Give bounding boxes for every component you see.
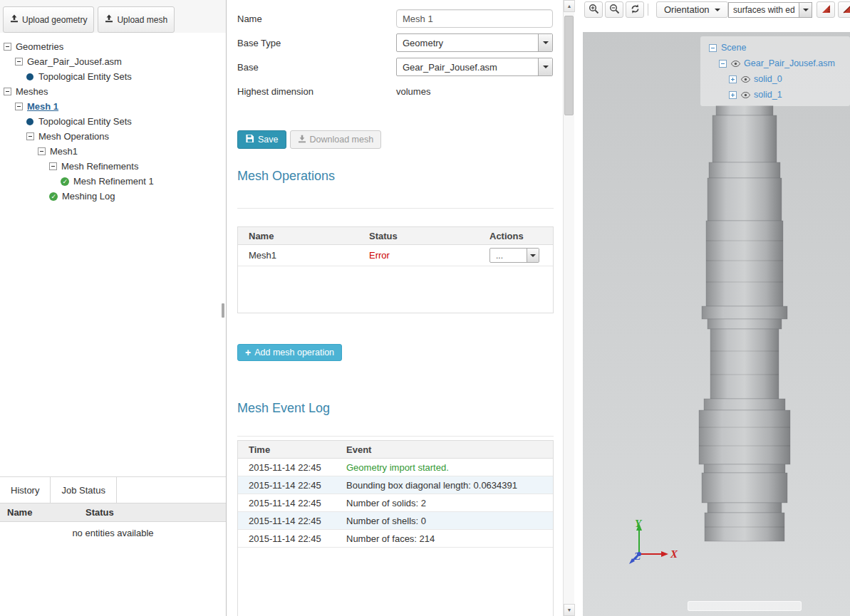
zoom-in-button[interactable] bbox=[584, 1, 603, 18]
tree-item-geometries[interactable]: Geometries bbox=[0, 39, 226, 54]
job-col-name: Name bbox=[0, 507, 85, 518]
caret-down-icon bbox=[543, 66, 549, 71]
log-table-header: Time Event bbox=[238, 441, 553, 459]
highest-dimension-value: volumes bbox=[396, 86, 430, 97]
scene-tree-panel: Scene Gear_Pair_Jousef.asm solid_0 solid… bbox=[700, 36, 850, 106]
axis-triad: Y X Z bbox=[622, 518, 683, 572]
log-row-event: Bounding box diagonal length: 0.0634391 bbox=[346, 480, 553, 491]
dropdown-button[interactable] bbox=[538, 34, 552, 51]
mesh-event-log-title: Mesh Event Log bbox=[237, 401, 330, 416]
mesh-details-panel: Name Base Type Geometry Base Gear_Pair_J… bbox=[227, 0, 563, 616]
tree-item-mesh-refinement-1[interactable]: Mesh Refinement 1 bbox=[0, 174, 226, 189]
ops-col-status: Status bbox=[369, 231, 489, 241]
save-button-label: Save bbox=[258, 135, 279, 145]
reset-view-button[interactable] bbox=[626, 1, 644, 18]
download-mesh-button[interactable]: Download mesh bbox=[290, 130, 382, 149]
measure-icon bbox=[821, 4, 831, 16]
tree-item-label: Mesh1 bbox=[50, 146, 78, 157]
ops-actions-select[interactable]: ... bbox=[489, 248, 539, 263]
zoom-out-button[interactable] bbox=[605, 1, 623, 18]
scene-item-label: solid_0 bbox=[754, 74, 782, 84]
eye-icon[interactable] bbox=[741, 92, 750, 98]
collapse-icon[interactable] bbox=[4, 88, 11, 95]
tree-item-meshes[interactable]: Meshes bbox=[0, 84, 226, 99]
collapse-icon[interactable] bbox=[719, 60, 727, 68]
name-input[interactable] bbox=[396, 9, 553, 28]
ops-actions-value: ... bbox=[496, 251, 503, 261]
save-button[interactable]: Save bbox=[237, 130, 286, 149]
project-tree: Geometries Gear_Pair_Jousef.asm Topologi… bbox=[0, 33, 226, 469]
eye-icon[interactable] bbox=[731, 61, 740, 67]
tree-item-label: Geometries bbox=[16, 41, 63, 52]
tab-job-status[interactable]: Job Status bbox=[50, 477, 116, 503]
display-mode-select[interactable]: surfaces with ed bbox=[728, 2, 812, 18]
expand-icon[interactable] bbox=[729, 91, 737, 99]
tree-item-mesh-1[interactable]: Mesh 1 bbox=[0, 99, 226, 114]
scene-item-solid-1[interactable]: solid_1 bbox=[700, 87, 850, 103]
refresh-icon bbox=[630, 4, 641, 16]
divider bbox=[237, 208, 554, 209]
tree-item-geometry-asm[interactable]: Gear_Pair_Jousef.asm bbox=[0, 54, 226, 69]
clip-plane-icon bbox=[842, 4, 850, 16]
form-row-name: Name bbox=[237, 9, 553, 28]
scene-item-scene[interactable]: Scene bbox=[700, 40, 850, 56]
orientation-button[interactable]: Orientation bbox=[656, 1, 728, 18]
scene-item-gear-pair[interactable]: Gear_Pair_Jousef.asm bbox=[700, 56, 850, 71]
toolbar-separator bbox=[648, 4, 648, 16]
collapse-icon[interactable] bbox=[15, 58, 23, 66]
eye-icon[interactable] bbox=[741, 76, 750, 83]
mesh-operations-title: Mesh Operations bbox=[237, 169, 335, 184]
log-col-time: Time bbox=[238, 444, 346, 455]
collapse-icon[interactable] bbox=[49, 162, 57, 170]
zoom-in-icon bbox=[589, 4, 599, 16]
log-row-event: Number of faces: 214 bbox=[346, 533, 553, 544]
success-check-icon bbox=[61, 177, 69, 186]
upload-geometry-button[interactable]: Upload geometry bbox=[3, 6, 94, 33]
tree-item-meshing-log[interactable]: Meshing Log bbox=[0, 189, 226, 204]
measure-button[interactable] bbox=[817, 1, 835, 18]
axis-y-label: Y bbox=[635, 518, 643, 529]
tree-item-label[interactable]: Mesh 1 bbox=[27, 101, 58, 112]
collapse-icon[interactable] bbox=[38, 147, 46, 155]
project-panel: Upload geometry Upload mesh Geometries G… bbox=[0, 0, 227, 616]
upload-mesh-button[interactable]: Upload mesh bbox=[98, 6, 175, 33]
log-row-time: 2015-11-14 22:45 bbox=[238, 516, 346, 526]
tree-item-topological-entity-sets[interactable]: Topological Entity Sets bbox=[0, 69, 226, 84]
job-table-empty-message: no entities available bbox=[0, 522, 226, 544]
dropdown-button[interactable] bbox=[527, 249, 539, 262]
clip-plane-button[interactable] bbox=[838, 1, 850, 18]
tab-history[interactable]: History bbox=[0, 477, 50, 503]
name-label: Name bbox=[237, 14, 396, 24]
scene-item-solid-0[interactable]: solid_0 bbox=[700, 71, 850, 87]
download-mesh-label: Download mesh bbox=[310, 135, 374, 145]
collapse-icon[interactable] bbox=[709, 44, 717, 52]
collapse-icon[interactable] bbox=[15, 103, 23, 110]
caret-down-icon bbox=[530, 254, 536, 260]
scrollbar-thumb[interactable] bbox=[564, 16, 574, 115]
panel-resize-grip[interactable] bbox=[222, 303, 224, 318]
details-scrollbar[interactable] bbox=[563, 0, 574, 616]
collapse-icon[interactable] bbox=[26, 132, 34, 140]
base-select[interactable]: Gear_Pair_Jousef.asm bbox=[396, 58, 553, 76]
caret-down-icon bbox=[715, 9, 720, 14]
add-mesh-operation-button[interactable]: + Add mesh operation bbox=[237, 344, 342, 361]
tree-item-mesh1[interactable]: Mesh1 bbox=[0, 144, 226, 159]
expand-icon[interactable] bbox=[729, 75, 737, 83]
viewport-3d[interactable]: Scene Gear_Pair_Jousef.asm solid_0 solid… bbox=[583, 32, 850, 616]
base-type-value: Geometry bbox=[403, 38, 443, 48]
gear-pair-model[interactable] bbox=[659, 105, 830, 543]
dropdown-button[interactable] bbox=[538, 58, 552, 75]
scrollbar-up-icon[interactable] bbox=[564, 0, 575, 12]
base-type-select[interactable]: Geometry bbox=[396, 33, 553, 52]
log-row-event: Geometry import started. bbox=[346, 462, 553, 473]
dropdown-button[interactable] bbox=[799, 3, 812, 17]
tree-item-label: Topological Entity Sets bbox=[38, 71, 132, 82]
viewport-slider[interactable] bbox=[688, 601, 802, 611]
tree-item-mesh-operations[interactable]: Mesh Operations bbox=[0, 129, 226, 144]
scrollbar-down-icon[interactable] bbox=[564, 604, 575, 616]
collapse-icon[interactable] bbox=[4, 43, 11, 51]
tree-item-mesh-refinements[interactable]: Mesh Refinements bbox=[0, 159, 226, 174]
tree-item-topological-entity-sets[interactable]: Topological Entity Sets bbox=[0, 114, 226, 129]
tree-item-label: Topological Entity Sets bbox=[38, 116, 132, 127]
caret-down-icon bbox=[803, 9, 809, 14]
